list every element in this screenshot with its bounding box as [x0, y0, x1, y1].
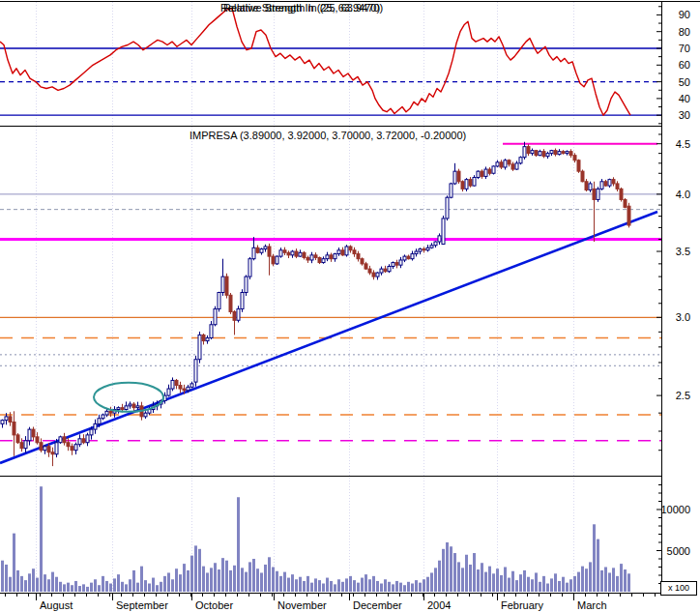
candle: [450, 183, 452, 198]
candle: [194, 356, 197, 387]
chart-canvas: 908070605040304.54.03.53.02.5100005000Au…: [0, 0, 700, 612]
svg-text:October: October: [195, 599, 233, 611]
candle: [214, 306, 217, 327]
candle: [442, 216, 445, 244]
svg-text:4.0: 4.0: [676, 189, 690, 200]
candle: [276, 255, 278, 265]
candle: [620, 188, 623, 202]
svg-text:80: 80: [679, 26, 690, 38]
svg-text:2.5: 2.5: [676, 390, 690, 401]
svg-text:December: December: [353, 599, 402, 611]
rsi-panel-title-shadow: Relative Strength In (25, 63.9470): [223, 2, 383, 14]
candle: [519, 157, 522, 165]
svg-text:60: 60: [679, 59, 690, 71]
candle: [492, 165, 495, 174]
svg-text:November: November: [277, 599, 327, 611]
candle: [318, 256, 321, 264]
svg-text:3.5: 3.5: [676, 246, 690, 257]
svg-text:3.0: 3.0: [676, 311, 690, 323]
candle: [345, 245, 348, 256]
svg-text:September: September: [116, 599, 168, 611]
svg-text:70: 70: [679, 43, 690, 54]
candle: [624, 198, 627, 208]
candle: [597, 187, 599, 202]
candle: [218, 292, 220, 312]
svg-text:50: 50: [679, 76, 690, 88]
candle: [16, 433, 19, 444]
candle: [225, 274, 228, 299]
candle: [446, 195, 449, 220]
svg-text:2004: 2004: [427, 599, 451, 611]
svg-text:March: March: [577, 599, 607, 611]
candle: [241, 289, 244, 312]
svg-text:40: 40: [679, 93, 690, 104]
candle: [477, 170, 480, 179]
candle: [59, 436, 62, 444]
svg-text:30: 30: [679, 109, 690, 121]
svg-text:4.5: 4.5: [676, 138, 690, 150]
svg-text:5000: 5000: [667, 545, 690, 557]
svg-text:10000: 10000: [660, 504, 690, 515]
candle: [248, 257, 251, 279]
candle: [245, 275, 248, 296]
candle: [535, 150, 538, 157]
candle: [577, 160, 580, 173]
candle: [198, 332, 201, 364]
price-panel-title: IMPRESA (3.89000, 3.92000, 3.70000, 3.72…: [190, 130, 466, 141]
candle: [229, 293, 232, 314]
candle: [457, 169, 460, 184]
chart-window: 908070605040304.54.03.53.02.5100005000Au…: [0, 0, 700, 612]
candle: [581, 169, 584, 182]
candle: [627, 203, 630, 228]
volume-unit-box: x 100: [660, 581, 697, 596]
svg-text:90: 90: [679, 9, 690, 20]
svg-text:February: February: [501, 599, 544, 611]
candle: [465, 178, 468, 191]
svg-text:August: August: [40, 599, 73, 611]
